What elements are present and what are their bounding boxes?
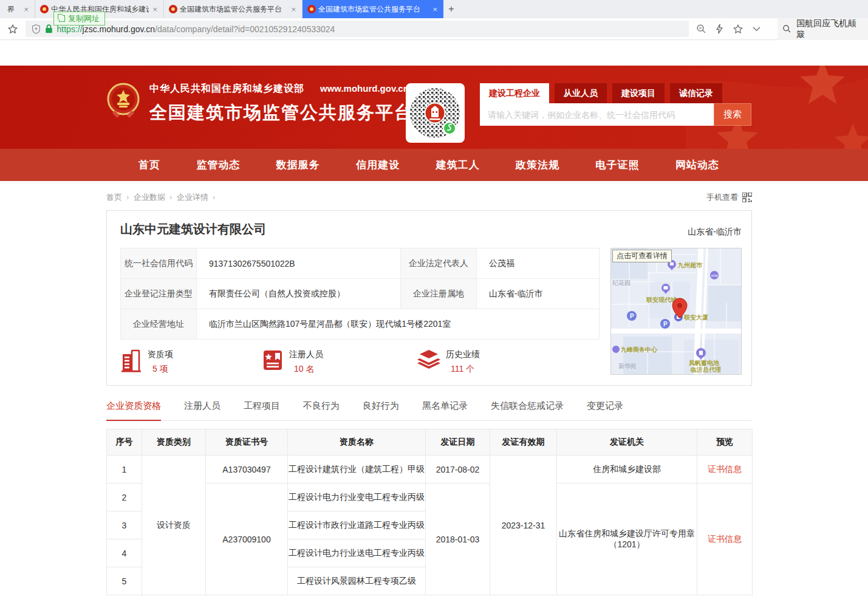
company-stats: 资质项 5 项 注册人员 10 名 历史业绩 xyxy=(120,349,480,375)
company-summary-card: 山东中元建筑设计有限公司 山东省-临沂市 统一社会信用代码 9137130267… xyxy=(106,210,752,386)
mohurd-favicon-icon xyxy=(169,5,177,13)
site-title: 全国建筑市场监管公共服务平台 xyxy=(149,101,413,125)
map-label-lianan-tower: 联安大厦 xyxy=(683,314,708,321)
field-label: 企业登记注册类型 xyxy=(121,279,197,309)
stat-qualifications[interactable]: 资质项 5 项 xyxy=(120,349,173,375)
field-label: 企业注册属地 xyxy=(401,279,477,309)
header-search-panel: 建设工程企业 从业人员 建设项目 诚信记录 搜索 xyxy=(480,83,751,126)
browser-search-box[interactable]: 国航回应飞机颠簸 xyxy=(777,18,868,40)
tab-blacklist[interactable]: 黑名单记录 xyxy=(422,400,468,420)
tab-change-records[interactable]: 变更记录 xyxy=(587,400,623,420)
ministry-url: www.mohurd.gov.cn xyxy=(320,83,409,94)
breadcrumb: 首页 企业数据 企业详情 xyxy=(106,192,217,203)
browser-toolbar: https://jzsc.mohurd.gov.cn/data/company/… xyxy=(0,18,868,40)
tab-bad-behavior[interactable]: 不良行为 xyxy=(303,400,340,420)
qualification-table: 序号 资质类别 资质证书号 资质名称 发证日期 发证有效期 发证机关 预览 1 … xyxy=(106,429,753,595)
copy-url-tooltip: 复制网址 xyxy=(53,12,105,26)
business-address-value: 临沂市兰山区陶然路107号星河晶都（联安）现代城1号楼2201室 xyxy=(197,309,600,340)
wechat-qrcode xyxy=(406,83,465,143)
map-widget[interactable]: 点击可查看详情 纪花园 新华苑 九州超市 ATM 联安现代城 xyxy=(610,248,742,375)
map-label-battery2: 临沂总代理 xyxy=(691,366,721,373)
tab-registered-personnel[interactable]: 注册人员 xyxy=(184,400,220,420)
chevron-down-icon[interactable] xyxy=(753,26,760,32)
nav-data-services[interactable]: 数据服务 xyxy=(276,158,320,172)
detail-tabs: 企业资质资格 注册人员 工程项目 不良行为 良好行为 黑名单记录 失信联合惩戒记… xyxy=(106,400,752,421)
certificate-info-link[interactable]: 证书信息 xyxy=(708,464,742,474)
zoom-out-icon[interactable] xyxy=(696,24,706,34)
map-label-supermarket: 九州超市 xyxy=(677,262,703,268)
qr-code-icon xyxy=(742,193,752,202)
tab-projects[interactable]: 工程项目 xyxy=(244,400,280,420)
browser-tab-active[interactable]: 全国建筑市场监管公共服务平台 × xyxy=(302,0,443,18)
breadcrumb-company-data[interactable]: 企业数据 xyxy=(134,193,172,202)
search-tab-enterprise[interactable]: 建设工程企业 xyxy=(480,83,549,103)
ministry-name: 中华人民共和国住房和城乡建设部 xyxy=(149,83,304,94)
tab-title: 全国建筑市场监管公共服务平台 xyxy=(180,4,287,15)
company-region: 山东省-临沂市 xyxy=(688,227,742,238)
favorite-star-icon[interactable] xyxy=(733,24,743,35)
nav-home[interactable]: 首页 xyxy=(138,158,160,172)
field-label: 企业法定代表人 xyxy=(401,248,477,279)
tab-dishonesty-records[interactable]: 失信联合惩戒记录 xyxy=(491,400,564,420)
close-icon[interactable]: × xyxy=(22,5,30,14)
search-tab-project[interactable]: 建设项目 xyxy=(612,83,665,103)
nav-e-certificates[interactable]: 电子证照 xyxy=(596,158,640,172)
browser-tab-1[interactable]: 界 × xyxy=(0,0,35,18)
mobile-view-link[interactable]: 手机查看 xyxy=(706,192,752,203)
nav-policies[interactable]: 政策法规 xyxy=(516,158,559,172)
lightning-icon[interactable] xyxy=(716,24,723,34)
building-icon xyxy=(120,349,142,372)
layers-icon xyxy=(417,349,440,371)
close-icon[interactable]: × xyxy=(151,5,159,14)
map-label-xinhuayuan: 新华苑 xyxy=(618,363,637,369)
breadcrumb-company-detail: 企业详情 xyxy=(177,193,215,202)
search-tab-personnel[interactable]: 从业人员 xyxy=(555,83,607,103)
nav-supervision-news[interactable]: 监管动态 xyxy=(196,158,240,172)
tab-title: 界 xyxy=(7,4,20,15)
company-name: 山东中元建筑设计有限公司 xyxy=(120,221,266,238)
issuing-authority: 山东省住房和城乡建设厅许可专用章 （1201） xyxy=(557,484,697,595)
site-header: 中华人民共和国住房和城乡建设部www.mohurd.gov.cn 全国建筑市场监… xyxy=(0,66,868,149)
stat-historical-projects[interactable]: 历史业绩 111 个 xyxy=(417,349,480,375)
national-emblem-icon xyxy=(106,83,140,120)
quick-search-text: 国航回应飞机颠簸 xyxy=(796,18,863,40)
address-bar[interactable]: https://jzsc.mohurd.gov.cn/data/company/… xyxy=(26,21,689,37)
qualification-category: 设计资质 xyxy=(142,456,206,595)
nav-credit-building[interactable]: 信用建设 xyxy=(356,158,400,172)
main-navigation: 首页 监管动态 数据服务 信用建设 建筑工人 政策法规 电子证照 网站动态 xyxy=(0,149,868,181)
shield-icon xyxy=(32,24,41,34)
registration-type-value: 有限责任公司（自然人投资或控股） xyxy=(197,279,401,309)
legal-person-value: 公茂福 xyxy=(477,248,600,279)
search-tab-credit[interactable]: 诚信记录 xyxy=(670,83,722,103)
map-label-battery: 凤帆蓄电池 xyxy=(688,360,720,366)
tab-title: 全国建筑市场监管公共服务平台 xyxy=(318,4,429,15)
table-header-row: 序号 资质类别 资质证书号 资质名称 发证日期 发证有效期 发证机关 预览 xyxy=(107,429,753,456)
credit-code-value: 91371302675501022B xyxy=(197,248,401,279)
certificate-info-link[interactable]: 证书信息 xyxy=(708,534,742,544)
nav-site-news[interactable]: 网站动态 xyxy=(675,158,719,172)
map-label-modern-city: 联安现代城 xyxy=(646,296,677,303)
nav-construction-workers[interactable]: 建筑工人 xyxy=(436,158,480,172)
breadcrumb-home[interactable]: 首页 xyxy=(106,193,129,202)
tab-bar: 界 × 中华人民共和国住房和城乡建设 × 全国建筑市场监管公共服务平台 × 全国… xyxy=(0,0,868,18)
search-button[interactable]: 搜索 xyxy=(714,103,751,126)
map-label-garden: 纪花园 xyxy=(612,279,630,286)
browser-chrome: 界 × 中华人民共和国住房和城乡建设 × 全国建筑市场监管公共服务平台 × 全国… xyxy=(0,0,868,40)
tab-qualifications[interactable]: 企业资质资格 xyxy=(106,400,161,421)
search-icon xyxy=(782,24,791,33)
site-logo[interactable]: 中华人民共和国住房和城乡建设部www.mohurd.gov.cn 全国建筑市场监… xyxy=(106,83,413,125)
new-tab-button[interactable]: + xyxy=(443,0,459,18)
close-icon[interactable]: × xyxy=(290,5,297,14)
parking-icon: P xyxy=(663,321,668,327)
stat-registered-personnel[interactable]: 注册人员 10 名 xyxy=(262,349,323,375)
tab-good-behavior[interactable]: 良好行为 xyxy=(363,400,399,420)
keyword-input[interactable] xyxy=(480,103,714,126)
browser-tab-3[interactable]: 全国建筑市场监管公共服务平台 × xyxy=(164,0,302,18)
company-info-table: 统一社会信用代码 91371302675501022B 企业法定代表人 公茂福 … xyxy=(120,248,600,340)
close-icon[interactable]: × xyxy=(431,5,439,14)
map-label-biz-center: 九峰商务中心 xyxy=(620,346,658,353)
parking-icon: P xyxy=(630,313,634,320)
validity-date: 2023-12-31 xyxy=(490,456,557,595)
bookmark-star-icon[interactable] xyxy=(0,24,26,35)
map-label-atm: ATM xyxy=(711,274,719,278)
